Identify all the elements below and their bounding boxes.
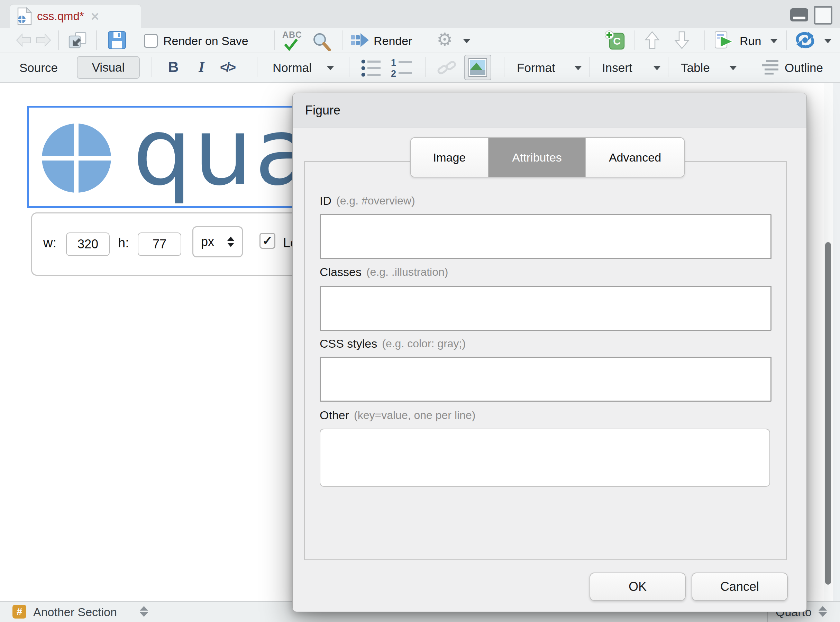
bullet-list-icon[interactable]: [361, 59, 381, 79]
go-to-previous-chunk-icon[interactable]: [644, 30, 660, 51]
window-minimize-button[interactable]: [790, 8, 808, 21]
separator: [504, 57, 505, 77]
svg-text:1: 1: [391, 58, 396, 68]
quarto-document-icon: [17, 7, 32, 27]
other-textarea[interactable]: [320, 428, 770, 487]
insert-menu[interactable]: Insert: [602, 61, 633, 75]
link-icon[interactable]: [437, 59, 457, 78]
classes-input[interactable]: [320, 286, 771, 331]
paragraph-style-dropdown[interactable]: Normal: [273, 61, 312, 75]
run-icon: [715, 31, 734, 50]
css-styles-hint: (e.g. color: gray;): [382, 337, 466, 350]
go-to-next-chunk-icon[interactable]: [674, 30, 690, 51]
separator: [349, 57, 349, 77]
render-on-save-label: Render on Save: [163, 34, 248, 48]
width-label: w:: [43, 236, 56, 250]
id-field-label-row: ID (e.g. #overview): [320, 194, 415, 207]
tab-filename: css.qmd*: [37, 10, 84, 23]
id-hint: (e.g. #overview): [336, 194, 415, 207]
gear-icon[interactable]: ⚙: [437, 30, 453, 49]
separator: [634, 30, 634, 50]
main-toolbar: Render on Save ABC Render ⚙: [0, 28, 840, 53]
id-label: ID: [320, 194, 331, 207]
render-button[interactable]: Render: [374, 34, 412, 48]
outline-toggle[interactable]: Outline: [785, 61, 823, 75]
tab-image[interactable]: Image: [411, 138, 488, 177]
svg-text:2: 2: [391, 69, 396, 78]
height-label: h:: [118, 236, 129, 250]
numbered-list-icon[interactable]: 1 2: [391, 58, 412, 79]
run-button[interactable]: Run: [740, 34, 761, 48]
separator: [151, 57, 152, 77]
separator: [257, 57, 258, 77]
tab-attributes[interactable]: Attributes: [488, 138, 585, 177]
engine-stepper-icon[interactable]: [819, 606, 827, 617]
image-button[interactable]: [464, 55, 491, 80]
cancel-button[interactable]: Cancel: [692, 573, 788, 601]
render-on-save-checkbox[interactable]: [144, 34, 158, 48]
refresh-options-caret-icon[interactable]: [824, 39, 832, 43]
open-in-new-window-icon[interactable]: [69, 32, 87, 50]
outline-icon[interactable]: [761, 59, 779, 76]
run-options-caret-icon[interactable]: [770, 39, 778, 43]
window-right-margin: [832, 83, 840, 601]
forward-icon[interactable]: [35, 32, 52, 49]
table-menu-caret-icon: [729, 66, 737, 70]
unit-select[interactable]: px: [192, 226, 243, 258]
document-tab[interactable]: css.qmd* ×: [10, 4, 141, 28]
separator: [342, 30, 343, 50]
back-icon[interactable]: [15, 32, 32, 49]
minimize-icon: [793, 17, 805, 19]
dialog-title: Figure: [305, 103, 340, 117]
save-icon[interactable]: [108, 31, 126, 50]
classes-field-label-row: Classes (e.g. .illustration): [320, 265, 448, 279]
css-styles-input[interactable]: [320, 357, 771, 402]
italic-button[interactable]: I: [198, 58, 204, 76]
classes-hint: (e.g. .illustration): [366, 266, 448, 279]
tab-close-icon[interactable]: ×: [91, 9, 99, 23]
other-label: Other: [320, 409, 349, 422]
insert-menu-caret-icon: [653, 66, 661, 70]
separator: [58, 30, 59, 50]
lock-ratio-checkbox[interactable]: ✓: [259, 233, 275, 249]
visual-mode-button[interactable]: Visual: [77, 56, 140, 79]
editor-scrollbar-thumb[interactable]: [825, 242, 831, 585]
svg-text:C: C: [613, 35, 620, 47]
dialog-title-bar[interactable]: Figure: [293, 93, 806, 128]
current-section-breadcrumb[interactable]: Another Section: [33, 605, 117, 619]
dialog-tab-group: Image Attributes Advanced: [410, 137, 685, 177]
classes-label: Classes: [320, 265, 361, 279]
source-mode-button[interactable]: Source: [19, 61, 58, 75]
tab-advanced[interactable]: Advanced: [585, 138, 684, 177]
height-input[interactable]: [138, 232, 181, 256]
editor-margin-line: [5, 83, 5, 601]
bold-button[interactable]: B: [168, 59, 178, 75]
format-menu[interactable]: Format: [517, 61, 555, 75]
other-field-label-row: Other (key=value, one per line): [320, 409, 476, 422]
separator: [274, 30, 275, 50]
separator: [704, 30, 705, 50]
code-button[interactable]: </>: [220, 60, 235, 75]
ok-button[interactable]: OK: [590, 573, 686, 601]
table-menu[interactable]: Table: [681, 61, 710, 75]
css-styles-field-label-row: CSS styles (e.g. color: gray;): [320, 337, 466, 351]
id-input[interactable]: [320, 214, 771, 259]
figure-dialog: Figure Image Attributes Advanced ID (e.g…: [292, 93, 807, 612]
separator: [589, 57, 590, 77]
css-styles-label: CSS styles: [320, 337, 377, 351]
width-input[interactable]: [66, 232, 110, 256]
editor-tab-bar: css.qmd* ×: [0, 0, 840, 28]
image-icon: [468, 58, 487, 77]
section-hash-icon: #: [12, 605, 26, 619]
unit-value: px: [201, 235, 214, 249]
source-refresh-icon[interactable]: [795, 30, 815, 51]
format-menu-caret-icon: [574, 66, 582, 70]
insert-chunk-icon[interactable]: C: [605, 30, 625, 51]
separator: [96, 30, 97, 50]
window-maximize-button[interactable]: [814, 6, 832, 24]
render-options-caret-icon[interactable]: [463, 39, 471, 43]
section-stepper-icon[interactable]: [140, 606, 148, 617]
search-icon[interactable]: [312, 32, 331, 53]
format-toolbar: Source Visual B I </> Normal 1 2: [0, 53, 840, 83]
separator: [668, 57, 668, 77]
